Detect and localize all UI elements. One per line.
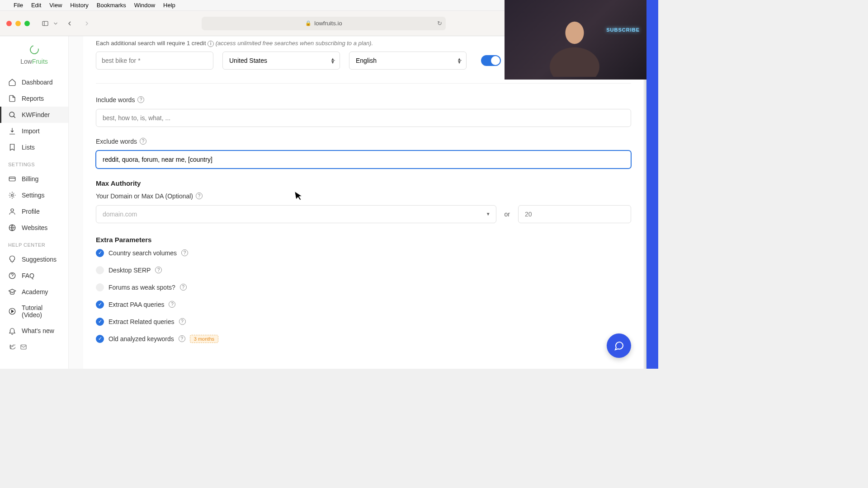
globe-icon xyxy=(8,224,16,232)
bell-icon xyxy=(8,327,16,335)
sidebar-item-websites[interactable]: Websites xyxy=(0,220,68,236)
url-bar[interactable]: 🔒 lowfruits.io ↻ xyxy=(202,17,446,30)
doc-icon xyxy=(8,94,16,103)
toggle-switch[interactable] xyxy=(481,55,501,66)
cap-icon xyxy=(8,288,16,296)
sidebar-item-faq[interactable]: FAQ xyxy=(0,267,68,284)
help-icon[interactable]: ? xyxy=(137,96,144,103)
app-sidebar: LowFruits Dashboard Reports KWFinder Imp… xyxy=(0,36,69,369)
webcam-person xyxy=(541,9,609,77)
domain-select[interactable]: domain.com▼ xyxy=(96,205,496,223)
country-value: United States xyxy=(229,57,267,64)
param-old-analyzed[interactable]: ✓Old analyzed keywords?3 months xyxy=(96,335,631,343)
param-label: Extract PAA queries xyxy=(108,301,164,308)
param-desktop-serp[interactable]: Desktop SERP? xyxy=(96,266,631,274)
lock-icon: 🔒 xyxy=(305,20,311,26)
country-select[interactable]: United States▲▼ xyxy=(222,52,340,70)
brand-logo[interactable]: LowFruits xyxy=(0,45,68,65)
checkbox-off-icon[interactable] xyxy=(96,266,104,274)
main-panel: Each additional search will require 1 cr… xyxy=(69,36,658,369)
keyword-input[interactable] xyxy=(96,52,213,70)
reload-icon[interactable]: ↻ xyxy=(437,20,442,27)
sidebar-item-academy[interactable]: Academy xyxy=(0,284,68,300)
svg-rect-17 xyxy=(21,345,26,349)
close-button[interactable] xyxy=(6,21,12,26)
sidebar-label: Websites xyxy=(22,224,47,231)
sidebar-toggle-icon[interactable] xyxy=(39,17,52,30)
param-extract-related[interactable]: ✓Extract Related queries? xyxy=(96,318,631,326)
checkbox-on-icon[interactable]: ✓ xyxy=(96,335,104,343)
credit-text-a: Each additional search will require 1 cr… xyxy=(96,40,206,47)
forward-button[interactable] xyxy=(80,17,93,30)
param-label: Extract Related queries xyxy=(108,318,175,325)
divider xyxy=(96,83,631,84)
max-authority-heading: Max Authority xyxy=(96,179,631,187)
sidebar-item-dashboard[interactable]: Dashboard xyxy=(0,74,68,90)
menubar-edit[interactable]: Edit xyxy=(31,2,41,9)
help-icon[interactable]: ? xyxy=(179,318,186,325)
menubar-window[interactable]: Window xyxy=(134,2,155,9)
help-icon[interactable]: ? xyxy=(155,267,162,273)
sidebar-item-kwfinder[interactable]: KWFinder xyxy=(0,107,68,123)
help-icon[interactable]: ? xyxy=(181,249,188,256)
select-arrows-icon: ▲▼ xyxy=(330,57,335,64)
sidebar-label: Settings xyxy=(22,192,45,199)
param-country-volumes[interactable]: ✓Country search volumes? xyxy=(96,249,631,257)
checkbox-on-icon[interactable]: ✓ xyxy=(96,249,104,257)
sidebar-item-lists[interactable]: Lists xyxy=(0,139,68,155)
help-icon[interactable]: ? xyxy=(179,335,185,342)
help-icon[interactable]: ? xyxy=(140,138,146,145)
sidebar-item-reports[interactable]: Reports xyxy=(0,90,68,107)
menubar-help[interactable]: Help xyxy=(163,2,175,9)
chevron-down-icon[interactable] xyxy=(52,17,59,30)
menubar-bookmarks[interactable]: Bookmarks xyxy=(97,2,126,9)
chat-button[interactable] xyxy=(607,333,631,358)
domain-placeholder: domain.com xyxy=(103,211,137,218)
info-icon[interactable]: i xyxy=(208,41,214,47)
twitter-icon[interactable] xyxy=(8,343,15,351)
checkbox-on-icon[interactable]: ✓ xyxy=(96,318,104,326)
logo-low: Low xyxy=(20,58,32,65)
sidebar-item-import[interactable]: Import xyxy=(0,123,68,139)
sidebar-social xyxy=(0,339,68,355)
caret-down-icon: ▼ xyxy=(486,211,491,216)
sidebar-item-suggestions[interactable]: Suggestions xyxy=(0,251,68,267)
include-words-input[interactable] xyxy=(96,109,631,127)
exclude-words-input[interactable] xyxy=(96,150,631,169)
language-select[interactable]: English▲▼ xyxy=(349,52,467,70)
param-forums-weak[interactable]: Forums as weak spots?? xyxy=(96,283,631,291)
param-extract-paa[interactable]: ✓Extract PAA queries? xyxy=(96,300,631,309)
download-icon xyxy=(8,127,16,135)
help-icon[interactable]: ? xyxy=(196,192,203,199)
max-da-input[interactable] xyxy=(518,205,631,223)
bookmark-icon xyxy=(8,143,16,151)
sidebar-item-whatsnew[interactable]: What's new xyxy=(0,323,68,339)
neon-sign: SUBSCRIBE xyxy=(606,27,640,33)
help-icon[interactable]: ? xyxy=(180,284,187,291)
extra-parameters-heading: Extra Parameters xyxy=(96,236,631,244)
sidebar-item-billing[interactable]: Billing xyxy=(0,171,68,187)
exclude-words-label: Exclude words? xyxy=(96,138,631,145)
minimize-button[interactable] xyxy=(15,21,21,26)
param-label: Old analyzed keywords xyxy=(108,335,174,343)
checkbox-off-icon[interactable] xyxy=(96,283,104,291)
menubar-history[interactable]: History xyxy=(70,2,88,9)
svg-point-13 xyxy=(11,209,14,211)
sidebar-label: Import xyxy=(22,127,40,135)
sidebar-item-tutorial[interactable]: Tutorial (Video) xyxy=(0,300,68,323)
sidebar-label: Dashboard xyxy=(22,79,53,86)
back-button[interactable] xyxy=(63,17,76,30)
maximize-button[interactable] xyxy=(24,21,30,26)
svg-rect-6 xyxy=(42,21,48,25)
mail-icon[interactable] xyxy=(20,343,27,351)
help-icon[interactable]: ? xyxy=(169,301,175,308)
param-label: Forums as weak spots? xyxy=(108,284,175,291)
sidebar-item-settings[interactable]: Settings xyxy=(0,187,68,203)
checkbox-on-icon[interactable]: ✓ xyxy=(96,300,104,309)
menubar-view[interactable]: View xyxy=(49,2,62,9)
svg-line-9 xyxy=(14,116,15,118)
sidebar-section-settings: SETTINGS xyxy=(0,155,68,171)
sidebar-item-profile[interactable]: Profile xyxy=(0,203,68,220)
sidebar-label: Tutorial (Video) xyxy=(22,304,60,319)
menubar-file[interactable]: File xyxy=(14,2,23,9)
